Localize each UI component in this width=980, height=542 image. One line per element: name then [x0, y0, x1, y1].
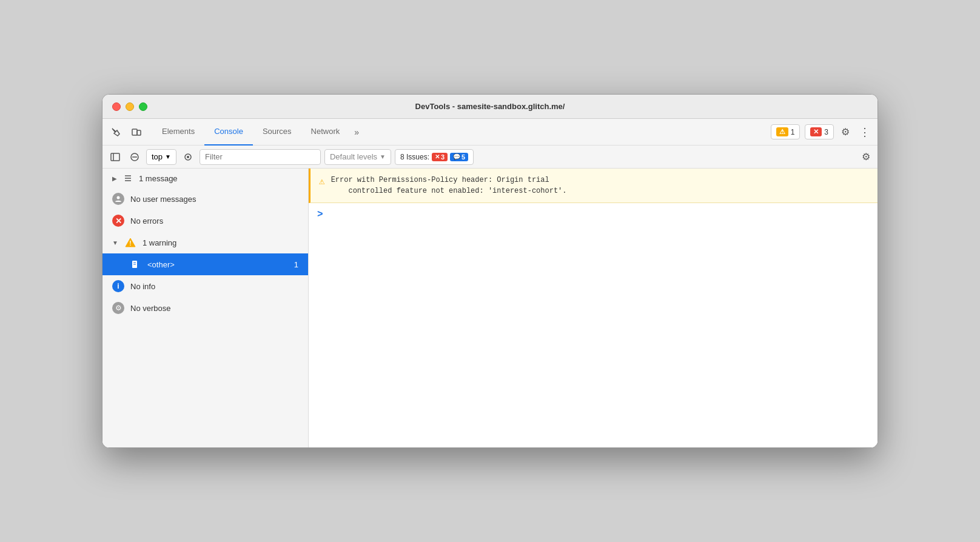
live-expressions-button[interactable]: [180, 149, 196, 165]
warning-message-text: Error with Permissions-Policy header: Or…: [331, 175, 567, 196]
tab-elements[interactable]: Elements: [152, 119, 204, 146]
sidebar-item-warnings[interactable]: ▼ ! 1 warning: [102, 232, 308, 253]
warning-icon: ⚠: [319, 175, 325, 187]
console-warning-entry: ⚠ Error with Permissions-Policy header: …: [309, 169, 878, 203]
issues-info-badge: 💬 5: [450, 153, 468, 161]
svg-point-11: [117, 196, 120, 199]
sidebar-toggle-button[interactable]: [107, 149, 123, 165]
sidebar-other-count: 1: [294, 260, 298, 269]
errors-badge-button[interactable]: ✕ 3: [805, 124, 834, 139]
sidebar-messages-label: 1 message: [139, 174, 178, 183]
window-title: DevTools - samesite-sandbox.glitch.me/: [415, 102, 565, 111]
clear-console-button[interactable]: [127, 149, 143, 165]
info-circle-icon: i: [112, 280, 124, 292]
issues-error-badge: ✕ 3: [432, 153, 448, 161]
sidebar-user-messages-label: No user messages: [130, 195, 196, 204]
title-bar: DevTools - samesite-sandbox.glitch.me/: [102, 95, 878, 119]
svg-rect-2: [111, 153, 119, 161]
console-prompt-line[interactable]: >: [309, 203, 878, 226]
filter-input[interactable]: [200, 149, 321, 165]
device-toggle-button[interactable]: [128, 124, 145, 141]
sidebar-item-messages[interactable]: ▶ 1 message: [102, 169, 308, 188]
sidebar-item-info[interactable]: i No info: [102, 275, 308, 297]
svg-text:!: !: [129, 240, 131, 247]
main-content: ▶ 1 message No user messages: [102, 169, 878, 447]
more-options-icon[interactable]: ⋮: [857, 123, 873, 141]
sidebar-errors-label: No errors: [130, 216, 163, 226]
warnings-badge-button[interactable]: ⚠ 1: [771, 124, 800, 139]
tab-more-button[interactable]: »: [349, 119, 364, 146]
devtools-window: DevTools - samesite-sandbox.glitch.me/ E…: [102, 94, 878, 448]
traffic-lights: [112, 102, 147, 111]
sidebar-info-label: No info: [130, 282, 155, 291]
error-icon: ✕: [810, 127, 822, 136]
svg-point-7: [187, 156, 189, 158]
svg-rect-0: [132, 129, 137, 135]
console-toolbar: top ▼ Default levels ▼ 8 Issues: ✕ 3 💬 5: [102, 146, 878, 169]
tab-icons: [107, 124, 145, 141]
user-icon: [112, 193, 124, 205]
console-settings-icon[interactable]: ⚙: [859, 149, 873, 165]
context-selector[interactable]: top ▼: [146, 149, 176, 165]
chevron-right-icon: ▶: [112, 175, 117, 182]
sidebar-other-label: <other>: [147, 260, 175, 269]
console-sidebar: ▶ 1 message No user messages: [102, 169, 309, 447]
minimize-button[interactable]: [126, 102, 134, 111]
error-circle-icon: ✕: [112, 215, 124, 227]
list-icon: [123, 173, 133, 183]
settings-gear-icon[interactable]: ⚙: [839, 124, 852, 140]
issues-counter-button[interactable]: 8 Issues: ✕ 3 💬 5: [395, 149, 474, 165]
chevron-down-icon: ▼: [112, 239, 118, 246]
console-output[interactable]: ⚠ Error with Permissions-Policy header: …: [309, 169, 878, 447]
close-button[interactable]: [112, 102, 121, 111]
tab-bar: Elements Console Sources Network » ⚠ 1 ✕…: [102, 119, 878, 146]
sidebar-item-verbose[interactable]: ⚙ No verbose: [102, 297, 308, 319]
sidebar-warnings-label: 1 warning: [143, 238, 176, 247]
chevron-down-icon: ▼: [380, 153, 386, 160]
sidebar-item-user-messages[interactable]: No user messages: [102, 188, 308, 210]
tab-right-controls: ⚠ 1 ✕ 3 ⚙ ⋮: [771, 123, 873, 141]
sidebar-item-other[interactable]: <other> 1: [102, 253, 308, 275]
inspect-button[interactable]: [107, 124, 124, 141]
tab-network[interactable]: Network: [301, 119, 350, 146]
warn-icon: ⚠: [776, 127, 788, 136]
maximize-button[interactable]: [139, 102, 147, 111]
chevron-down-icon: ▼: [165, 153, 171, 160]
sidebar-item-errors[interactable]: ✕ No errors: [102, 210, 308, 232]
svg-rect-1: [137, 130, 141, 135]
file-icon: [129, 258, 141, 270]
warning-triangle-icon: !: [124, 236, 136, 249]
prompt-caret-icon: >: [317, 209, 323, 220]
log-levels-dropdown[interactable]: Default levels ▼: [324, 149, 391, 165]
tab-console[interactable]: Console: [204, 119, 253, 146]
verbose-gear-icon: ⚙: [112, 302, 124, 314]
tab-sources[interactable]: Sources: [253, 119, 301, 146]
sidebar-verbose-label: No verbose: [130, 304, 170, 313]
